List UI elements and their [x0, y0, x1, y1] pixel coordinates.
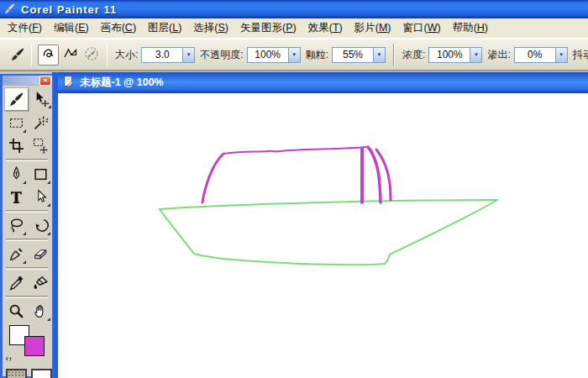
- paint-bucket-tool[interactable]: [29, 272, 51, 293]
- lasso-icon: [8, 218, 24, 234]
- menu-item-layers[interactable]: 图层(L): [142, 18, 187, 38]
- layer-adjuster-icon: [34, 91, 50, 107]
- canvas[interactable]: [58, 93, 588, 378]
- size-field: 大小:3.0▼: [115, 47, 195, 63]
- document-icon: [62, 75, 75, 88]
- menu-bar: 文件(F)编辑(E)画布(C)图层(L)选择(S)矢量图形(P)效果(T)影片(…: [0, 18, 588, 39]
- brush-icon: [10, 47, 25, 62]
- quill-pen-tool[interactable]: [5, 244, 27, 265]
- grain-label: 颗粒:: [306, 48, 328, 62]
- eraser-icon: [33, 246, 49, 262]
- app-brush-icon: [3, 3, 17, 16]
- freehand-stroke-button[interactable]: [38, 45, 59, 66]
- property-bar: 大小:3.0▼不透明度:100%▼颗粒:55%▼浓度:100%▼渗出:0%▼抖动…: [0, 39, 588, 71]
- menu-item-canvas[interactable]: 画布(C): [95, 18, 142, 38]
- swap-arrows-icon: [5, 355, 15, 365]
- tool-group-separator: [6, 267, 48, 270]
- size-dropdown-arrow-icon[interactable]: ▼: [183, 47, 195, 63]
- pen-icon: [8, 166, 24, 182]
- pattern-selector[interactable]: [31, 369, 52, 378]
- opacity-dropdown-arrow-icon[interactable]: ▼: [289, 47, 301, 63]
- size-label: 大小:: [115, 48, 138, 62]
- straight-line-stroke-button[interactable]: [60, 45, 80, 64]
- grain-field: 颗粒:55%▼: [306, 47, 386, 63]
- quill-pen-icon: [8, 246, 24, 262]
- app-brush-icon: [3, 3, 17, 16]
- grain-dropdown-arrow-icon[interactable]: ▼: [374, 47, 386, 63]
- dropper-icon: [8, 275, 24, 291]
- shape-selection-icon: [33, 189, 49, 205]
- crop-tool[interactable]: [5, 135, 27, 156]
- secondary-color-swatch[interactable]: [24, 336, 45, 356]
- bleed-dropdown-arrow-icon[interactable]: ▼: [556, 47, 568, 63]
- menu-item-edit[interactable]: 编辑(E): [48, 18, 95, 38]
- brush-category-button[interactable]: [10, 45, 25, 65]
- clone-color-button[interactable]: [81, 45, 101, 64]
- cabin-top-edge: [223, 147, 367, 154]
- bleed-label: 渗出:: [487, 48, 510, 62]
- magnifier-tool[interactable]: [5, 301, 27, 322]
- menu-item-select[interactable]: 选择(S): [187, 18, 234, 38]
- rect-selection-icon: [8, 115, 24, 131]
- menu-item-help[interactable]: 帮助(H): [447, 18, 494, 38]
- pen-tool[interactable]: [5, 164, 27, 185]
- bleed-value[interactable]: 0%: [514, 47, 556, 63]
- rect-shape-icon: [33, 166, 49, 182]
- window-titlebar: Corel Painter 11: [0, 0, 588, 18]
- hull-bottom-outline: [160, 200, 497, 265]
- menu-item-file[interactable]: 文件(F): [2, 18, 48, 38]
- brush-tool[interactable]: [5, 88, 29, 111]
- menu-item-effects[interactable]: 效果(T): [302, 18, 349, 38]
- resat-dropdown-arrow-icon[interactable]: ▼: [470, 47, 482, 63]
- toolbox-titlebar: ×: [3, 76, 52, 86]
- resat-label: 浓度:: [402, 48, 425, 62]
- selection-adjuster-tool[interactable]: [29, 135, 51, 156]
- eraser-tool[interactable]: [29, 244, 51, 265]
- resat-value[interactable]: 100%: [428, 47, 470, 63]
- lasso-tool[interactable]: [5, 215, 27, 236]
- tool-grid: [3, 86, 52, 322]
- rectangular-shape-tool[interactable]: [29, 164, 51, 185]
- magic-wand-tool[interactable]: [29, 113, 51, 134]
- grabber-tool[interactable]: [29, 301, 51, 322]
- dropper-tool[interactable]: [5, 272, 27, 293]
- rotate-page-tool[interactable]: [29, 215, 51, 236]
- cabin-post-2: [368, 147, 381, 202]
- hull-top-line: [160, 200, 497, 209]
- swap-colors-icon[interactable]: [5, 354, 15, 364]
- menu-item-shapes[interactable]: 矢量图形(P): [234, 18, 302, 38]
- tool-group-separator: [6, 159, 48, 161]
- document-icon: [62, 75, 75, 91]
- brush-icon: [8, 92, 24, 108]
- toolbar-separator: [107, 44, 108, 66]
- resat-field: 浓度:100%▼: [402, 47, 482, 63]
- toolbox-palette: ×: [0, 74, 54, 378]
- text-tool[interactable]: [5, 186, 27, 207]
- opacity-value[interactable]: 100%: [247, 47, 289, 63]
- bleed-field: 渗出:0%▼: [487, 47, 567, 63]
- tool-group-separator: [6, 210, 48, 213]
- rectangular-selection-tool[interactable]: [5, 113, 27, 134]
- grabber-hand-icon: [33, 303, 49, 319]
- magic-wand-icon: [33, 115, 49, 131]
- jitter-label: 抖动:: [573, 48, 588, 62]
- paper-selector[interactable]: [6, 369, 27, 378]
- straight-line-stroke-icon: [63, 46, 78, 61]
- menu-item-movie[interactable]: 影片(M): [349, 18, 397, 38]
- rotate-page-icon: [33, 218, 49, 234]
- tool-group-separator: [6, 296, 48, 298]
- document-window: 未标题-1 @ 100%: [53, 72, 588, 378]
- shape-selection-tool[interactable]: [29, 186, 51, 207]
- boat-sketch: [58, 93, 588, 378]
- color-selector: [3, 324, 52, 365]
- menu-item-window[interactable]: 窗口(W): [396, 18, 446, 38]
- corel-painter-window: Corel Painter 11 文件(F)编辑(E)画布(C)图层(L)选择(…: [0, 0, 588, 378]
- size-value[interactable]: 3.0: [141, 47, 183, 63]
- layer-adjuster-tool[interactable]: [31, 88, 53, 109]
- paint-bucket-icon: [33, 275, 49, 291]
- content-selectors: [3, 369, 52, 378]
- close-icon[interactable]: ×: [39, 76, 51, 86]
- jitter-field: 抖动:0.00▼: [573, 47, 588, 63]
- grain-value[interactable]: 55%: [332, 47, 374, 63]
- clone-color-icon: [84, 46, 99, 61]
